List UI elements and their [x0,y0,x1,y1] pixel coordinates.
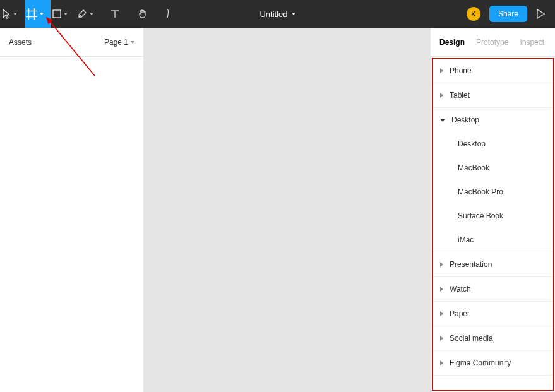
preset-item[interactable]: MacBook Pro [433,180,553,204]
chevron-down-icon [90,13,93,15]
tab-inspect[interactable]: Inspect [520,38,544,47]
svg-rect-4 [53,10,61,18]
chevron-right-icon [440,311,443,316]
preset-item[interactable]: Desktop [433,132,553,156]
chevron-down-icon [292,13,295,15]
preset-category: DesktopDesktopMacBookMacBook ProSurface … [433,108,553,252]
move-tool[interactable] [0,0,25,28]
frame-tool[interactable] [25,0,51,28]
hand-icon [138,9,148,19]
page-selector-label: Page 1 [104,38,128,47]
tab-design[interactable]: Design [439,38,465,47]
text-tool[interactable] [101,0,129,28]
frame-icon [26,8,37,20]
preset-item[interactable]: iMac [433,228,553,252]
page-selector[interactable]: Page 1 [104,38,134,47]
pen-icon [77,9,87,19]
preset-category-header[interactable]: Watch [433,277,553,301]
preset-category: Watch [433,277,553,302]
chevron-right-icon [440,68,443,73]
toolbar: Untitled K Share [0,0,555,28]
pen-tool[interactable] [76,0,101,28]
chevron-right-icon [440,336,443,341]
document-title[interactable]: Untitled [260,9,295,19]
preset-category-label: Social media [450,334,493,343]
chevron-right-icon [440,360,443,365]
shape-tool[interactable] [51,0,76,28]
tab-assets[interactable]: Assets [9,38,32,47]
canvas[interactable] [144,28,430,392]
hand-tool[interactable] [129,0,157,28]
preset-category-header[interactable]: Tablet [433,83,553,107]
preset-category-label: Phone [450,66,472,75]
preset-category-label: Watch [450,285,471,294]
right-panel-tabs: Design Prototype Inspect [431,28,555,57]
preset-category-label: Tablet [450,91,470,100]
cursor-icon [2,9,11,19]
preset-category-header[interactable]: Figma Community [433,351,553,375]
frame-preset-list: PhoneTabletDesktopDesktopMacBookMacBook … [432,58,554,391]
preset-item[interactable]: MacBook [433,156,553,180]
svg-marker-7 [537,9,544,18]
pencil-icon [164,9,172,19]
preset-category: Paper [433,302,553,326]
chevron-right-icon [440,93,443,98]
chevron-down-icon [13,13,17,15]
text-icon [110,9,119,18]
share-button[interactable]: Share [489,6,527,22]
chevron-down-icon [64,13,68,15]
chevron-down-icon [131,41,134,44]
preset-category: Presentation [433,252,553,277]
chevron-down-icon [40,13,44,15]
preset-category-header[interactable]: Paper [433,302,553,326]
right-panel: Design Prototype Inspect PhoneTabletDesk… [430,28,555,392]
preset-category-label: Paper [450,309,470,318]
preset-category: Tablet [433,83,553,108]
preset-category: Phone [433,59,553,83]
left-panel-header: Assets Page 1 [0,28,143,57]
preset-category-header[interactable]: Phone [433,59,553,83]
play-icon [536,9,545,19]
main-area: Assets Page 1 Design Prototype Inspect P… [0,28,555,392]
preset-category-header[interactable]: Desktop [433,108,553,132]
left-panel: Assets Page 1 [0,28,144,392]
tab-prototype[interactable]: Prototype [476,38,508,47]
preset-category-header[interactable]: Social media [433,326,553,350]
preset-category: Social media [433,326,553,351]
document-title-text: Untitled [260,9,287,19]
chevron-right-icon [440,262,443,267]
preset-category-label: Presentation [450,260,492,269]
toolbar-right: K Share [467,6,555,22]
preset-category-label: Figma Community [450,359,511,367]
comment-tool[interactable] [157,0,179,28]
preset-category: Figma Community [433,351,553,376]
preset-category-header[interactable]: Presentation [433,252,553,276]
chevron-down-icon [440,119,445,122]
avatar-initial: K [471,10,475,18]
rectangle-icon [52,9,61,18]
preset-category-label: Desktop [451,116,479,124]
chevron-right-icon [440,287,443,292]
preset-item[interactable]: Surface Book [433,204,553,228]
avatar[interactable]: K [467,7,480,21]
present-button[interactable] [536,9,545,19]
